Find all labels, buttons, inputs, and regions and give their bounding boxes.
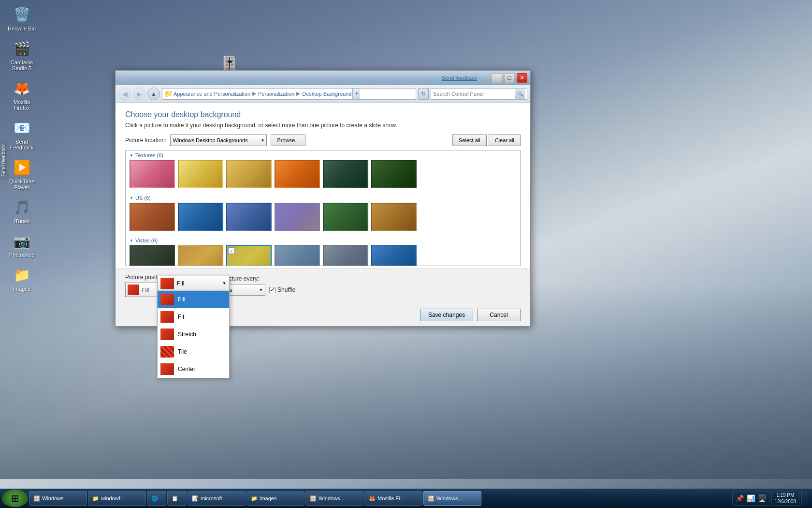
start-button[interactable]: ⊞ <box>2 490 28 507</box>
vistas-row: ✓ ✓ ✓ ✓ ✓ <box>130 245 516 266</box>
texture-thumb-2[interactable]: ✓ <box>178 160 223 188</box>
minimize-button[interactable]: _ <box>492 73 502 83</box>
clock-display: 1:19 PM 12/6/2008 <box>775 492 797 505</box>
taskbar-btn-images[interactable]: 📁 images <box>246 491 304 506</box>
select-all-button[interactable]: Select all <box>452 134 487 146</box>
desktop-icon-photoshop[interactable]: 📷 Photoshop <box>5 231 39 258</box>
title-bar-feedback-link[interactable]: Send feedback <box>442 71 477 85</box>
camtasia-label: Camtasia Studio 5 <box>5 60 39 71</box>
firefox-icon: 🦊 <box>12 78 31 98</box>
address-dropdown[interactable]: ▼ <box>352 89 360 99</box>
images-label: Images <box>13 286 30 292</box>
cancel-button[interactable]: Cancel <box>477 309 521 321</box>
refresh-button[interactable]: ↻ <box>418 88 429 100</box>
desktop-icon-recycle-bin[interactable]: 🗑️ Recycle Bin <box>5 5 39 31</box>
recycle-bin-icon: 🗑️ <box>12 5 31 24</box>
taskbar-btn-4[interactable]: 📋 <box>167 491 187 506</box>
group-collapse-icon[interactable]: ▼ <box>130 239 133 243</box>
taskbar-btn-1[interactable]: 🪟 Windows ... <box>29 491 87 506</box>
vistas-thumb-1[interactable]: ✓ <box>130 245 175 266</box>
image-grid[interactable]: ▼ Textures (6) ✓ ✓ ✓ <box>125 150 521 266</box>
desktop-icon-camtasia[interactable]: 🎬 Camtasia Studio 5 <box>5 39 39 71</box>
dropdown-option-fill[interactable]: Fill <box>158 291 229 308</box>
vistas-thumb-5[interactable]: ✓ <box>323 245 368 266</box>
tray-icon-sticky[interactable]: 📌 <box>736 494 744 502</box>
desktop-icon-images[interactable]: 📁 Images <box>5 265 39 292</box>
photoshop-label: Photoshop <box>9 252 35 258</box>
us-thumb-6[interactable]: ✓ <box>371 203 417 231</box>
taskbar-btn-firefox[interactable]: 🦊 Mozilla Fi... <box>364 491 422 506</box>
texture-thumb-6[interactable]: ✓ <box>371 160 417 188</box>
position-preview-icon <box>128 284 139 295</box>
taskbar-clock[interactable]: 1:19 PM 12/6/2008 <box>771 491 800 506</box>
taskbar-btn-3[interactable]: 🌐 <box>147 491 166 506</box>
group-collapse-icon[interactable]: ▼ <box>130 196 133 200</box>
taskbar-btn-w2-icon: 🪟 <box>428 495 435 502</box>
maximize-button[interactable]: □ <box>504 73 515 83</box>
page-title: Choose your desktop background <box>125 110 521 119</box>
dropdown-header[interactable]: Fill ▼ <box>158 276 229 291</box>
us-thumb-3[interactable]: ✓ <box>226 203 272 231</box>
dropdown-option-center[interactable]: Center <box>158 360 229 378</box>
texture-thumb-5[interactable]: ✓ <box>323 160 368 188</box>
itunes-icon: 🎵 <box>12 197 31 217</box>
dropdown-option-tile[interactable]: Tile <box>158 343 229 360</box>
tray-icon-performance[interactable]: 📊 <box>747 494 755 502</box>
forward-button[interactable]: ▶ <box>133 88 145 100</box>
vistas-thumb-2[interactable]: ✓ <box>178 245 223 266</box>
show-desktop-button[interactable] <box>801 491 808 506</box>
us-thumb-4[interactable]: ✓ <box>275 203 320 231</box>
textures-row: ✓ ✓ ✓ ✓ ✓ <box>130 160 516 188</box>
desktop-icon-itunes[interactable]: 🎵 iTunes <box>5 197 39 224</box>
taskbar-btn-microsoft[interactable]: 📝 microsoft <box>188 491 246 506</box>
dropdown-header-arrow-icon: ▼ <box>222 281 226 285</box>
texture-thumb-4[interactable]: ✓ <box>275 160 320 188</box>
dropdown-arrow-icon: ▼ <box>261 138 264 143</box>
page-description: Click a picture to make it your desktop … <box>125 122 521 129</box>
texture-thumb-1[interactable]: ✓ <box>130 160 175 188</box>
us-thumb-2[interactable]: ✓ <box>178 203 223 231</box>
texture-thumb-3[interactable]: ✓ <box>226 160 272 188</box>
desktop-icon-quicktime[interactable]: ▶️ QuickTime Player <box>5 158 39 190</box>
textures-label: ▼ Textures (6) <box>130 152 516 158</box>
taskbar-btn-1-icon: 🪟 <box>33 495 40 502</box>
search-button[interactable]: 🔍 <box>515 89 525 99</box>
desktop-icon-firefox[interactable]: 🦊 Mozilla Firefox <box>5 78 39 111</box>
quicktime-icon: ▶️ <box>12 158 31 177</box>
breadcrumb-personalization[interactable]: Personalization <box>258 91 294 97</box>
dropdown-option-stretch[interactable]: Stretch <box>158 326 229 343</box>
stretch-option-label: Stretch <box>178 331 196 338</box>
back-button[interactable]: ◀ <box>118 88 131 100</box>
content-area: Choose your desktop background Click a p… <box>116 103 530 269</box>
tray-icon-desktop[interactable]: 🖥️ <box>758 494 766 502</box>
taskbar-btn-2[interactable]: 📁 windowf... <box>88 491 146 506</box>
save-changes-button[interactable]: Save changes <box>420 309 473 321</box>
desktop-icon-feedback[interactable]: 📧 Send Feedback <box>5 118 39 150</box>
us-thumb-5[interactable]: ✓ <box>323 203 368 231</box>
shuffle-checkbox[interactable]: ✓ <box>269 287 276 293</box>
breadcrumb-appearance[interactable]: Appearance and Personalization <box>174 91 250 97</box>
browse-button[interactable]: Browse... <box>271 134 305 146</box>
taskbar-btn-1-label: Windows ... <box>42 495 70 501</box>
group-collapse-icon[interactable]: ▼ <box>130 153 133 158</box>
images-icon: 📁 <box>12 265 31 284</box>
taskbar-right: 📌 📊 🖥️ 1:19 PM 12/6/2008 <box>732 491 811 506</box>
picture-location-dropdown[interactable]: Windows Desktop Backgrounds ▼ <box>170 134 267 146</box>
tile-thumb-icon <box>160 346 174 358</box>
up-button[interactable]: ▲ <box>147 88 160 100</box>
clear-button[interactable]: Clear all <box>489 134 521 146</box>
vistas-thumb-6[interactable]: ✓ <box>371 245 417 266</box>
taskbar-btn-windows1[interactable]: 🪟 Windows ... <box>305 491 363 506</box>
search-input[interactable] <box>433 91 515 97</box>
vistas-thumb-4[interactable]: ✓ <box>275 245 320 266</box>
shuffle-row: ✓ Shuffle <box>269 286 295 293</box>
close-button[interactable]: ✕ <box>517 73 527 83</box>
us-thumb-1[interactable]: ✓ <box>130 203 175 231</box>
dropdown-option-fit[interactable]: Fit <box>158 308 229 326</box>
breadcrumb-desktop-bg[interactable]: Desktop Background <box>302 91 351 97</box>
tile-option-label: Tile <box>178 348 187 355</box>
picture-location-label: Picture location: <box>125 137 166 144</box>
taskbar-btn-windows2[interactable]: 🪟 Windows ... <box>423 491 481 506</box>
select-checkmark: ✓ <box>228 247 235 254</box>
vistas-thumb-3[interactable]: ✓ <box>226 245 272 266</box>
